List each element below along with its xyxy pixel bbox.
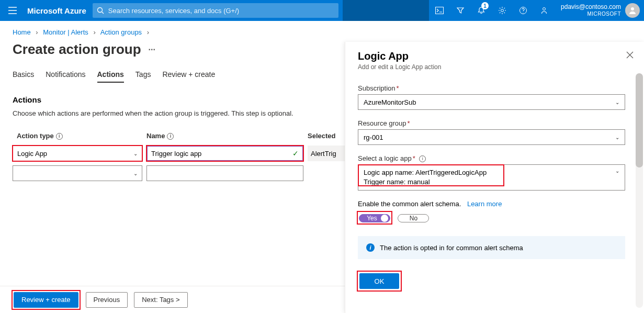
more-actions-button[interactable]: ··· [149,45,155,54]
next-button[interactable]: Next: Tags > [134,292,187,308]
help-icon [519,6,527,15]
ok-highlight: OK [358,272,401,290]
page-title: Create action group [13,41,141,58]
brand-label: Microsoft Azure [25,6,93,15]
col-name: Namei [146,132,308,140]
schema-toggle-row: Yes No [358,212,625,223]
logic-app-value: Logic app name: AlertTriggeredLogicApp T… [364,168,487,187]
action-name-value: Trigger logic app [151,150,201,158]
col-action-type: Action typei [13,132,146,140]
topbar-actions: 1 [429,0,555,21]
tab-tags[interactable]: Tags [135,67,151,83]
cloud-shell-icon [435,7,444,14]
avatar [625,3,640,18]
rg-select[interactable]: rg-001 ⌄ [358,129,625,145]
previous-button[interactable]: Previous [86,292,128,308]
logic-app-field: Select a logic app* i Logic app name: Al… [358,154,625,191]
gear-icon [498,6,506,15]
hamburger-icon [8,7,17,14]
rg-label: Resource group* [358,119,625,127]
schema-toggle-highlight: Yes [358,212,391,223]
review-create-highlight: Review + create [13,291,80,309]
action-name-input-empty[interactable] [146,165,303,181]
filter-icon [456,6,465,15]
avatar-icon [628,6,637,15]
chevron-right-icon: › [90,28,98,36]
breadcrumb-monitor[interactable]: Monitor | Alerts [43,28,88,36]
review-create-button[interactable]: Review + create [14,292,78,308]
rg-value: rg-001 [364,133,383,141]
notification-badge: 1 [481,2,489,9]
resource-group-field: Resource group* rg-001 ⌄ [358,119,625,145]
notifications-button[interactable]: 1 [471,0,492,21]
account-email: pdavis@contoso.com [561,3,621,10]
scrollbar-thumb[interactable] [636,73,643,167]
subscription-field: Subscription* AzureMonitorSub ⌄ [358,84,625,110]
info-icon[interactable]: i [167,133,174,140]
chevron-down-icon: ⌄ [133,171,138,176]
schema-text: Enable the common alert schema. [358,200,461,208]
search-input[interactable] [93,3,338,18]
action-type-value: Logic App [17,150,47,158]
ok-button[interactable]: OK [359,273,399,289]
tab-actions[interactable]: Actions [97,67,124,83]
feedback-button[interactable] [534,0,555,21]
breadcrumb: Home › Monitor | Alerts › Action groups … [0,21,644,39]
chevron-down-icon: ⌄ [615,168,619,174]
tab-notifications[interactable]: Notifications [46,67,85,83]
subscription-label: Subscription* [358,84,625,92]
svg-point-3 [501,9,504,12]
subscription-select[interactable]: AzureMonitorSub ⌄ [358,94,625,110]
breadcrumb-action-groups[interactable]: Action groups [100,28,142,36]
account-text: pdavis@contoso.com MICROSOFT [561,3,621,18]
chevron-down-icon: ⌄ [615,135,619,140]
info-icon[interactable]: i [56,133,63,140]
subscription-value: AzureMonitorSub [364,98,416,106]
account-tenant: MICROSOFT [561,10,621,18]
panel-title: Logic App [358,50,631,62]
chevron-down-icon: ⌄ [615,99,619,105]
chevron-right-icon: › [144,28,152,36]
logic-app-select[interactable]: Logic app name: AlertTriggeredLogicApp T… [358,164,625,191]
info-banner-text: The action is opted in for common alert … [380,244,523,252]
info-icon: i [366,243,375,252]
cloud-shell-button[interactable] [429,0,450,21]
learn-more-link[interactable]: Learn more [467,200,502,208]
svg-rect-2 [436,7,444,14]
svg-point-6 [631,7,634,10]
tab-basics[interactable]: Basics [13,67,34,83]
breadcrumb-home[interactable]: Home [13,28,31,36]
info-icon[interactable]: i [419,155,426,162]
action-type-select-empty[interactable]: ⌄ [13,165,142,181]
schema-toggle-yes[interactable]: Yes [359,214,390,222]
topbar-spacer [343,0,429,21]
checkmark-icon: ✓ [292,149,299,158]
action-name-input[interactable]: Trigger logic app ✓ [146,146,303,161]
close-button[interactable] [626,51,634,59]
info-banner: i The action is opted in for common aler… [358,236,625,259]
action-type-select[interactable]: Logic App ⌄ [13,146,142,161]
azure-topbar: Microsoft Azure 1 pdavis@contoso.com MIC… [0,0,644,21]
panel-body: Subscription* AzureMonitorSub ⌄ Resource… [345,76,644,301]
logic-app-panel: Logic App Add or edit a Logic App action… [345,42,644,313]
chevron-down-icon: ⌄ [133,151,138,156]
main-content: Home › Monitor | Alerts › Action groups … [0,21,644,313]
help-button[interactable] [513,0,534,21]
account-menu[interactable]: pdavis@contoso.com MICROSOFT [555,3,644,18]
directories-button[interactable] [450,0,471,21]
person-feedback-icon [540,6,548,15]
hamburger-menu[interactable] [0,0,25,21]
panel-header: Logic App Add or edit a Logic App action [345,42,644,76]
svg-point-5 [543,8,546,10]
settings-button[interactable] [492,0,513,21]
global-search[interactable] [93,3,338,18]
schema-label-row: Enable the common alert schema. Learn mo… [358,200,625,208]
panel-subtitle: Add or edit a Logic App action [358,63,631,71]
tab-review[interactable]: Review + create [162,67,215,83]
close-icon [626,51,634,59]
logic-app-label: Select a logic app* i [358,154,625,162]
chevron-right-icon: › [32,28,41,36]
schema-toggle-no[interactable]: No [398,214,429,222]
